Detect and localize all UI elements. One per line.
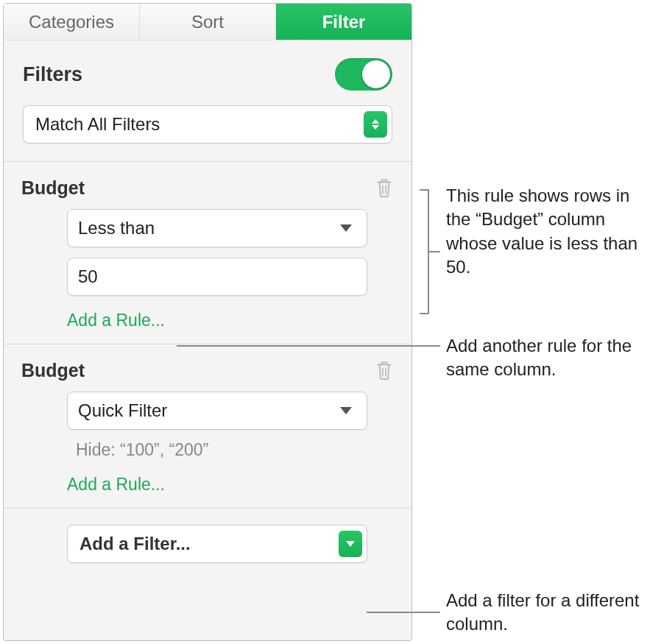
callout-same-column: Add another rule for the same column. [446,334,645,382]
callout-rule-description: This rule shows rows in the “Budget” col… [446,184,645,280]
callout-different-column: Add a filter for a different column. [446,589,645,637]
